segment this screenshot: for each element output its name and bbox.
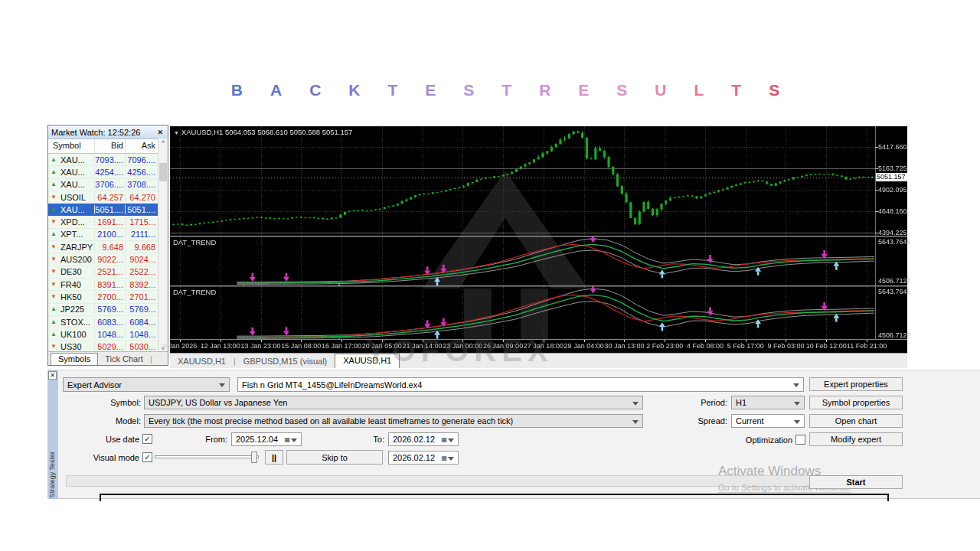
title-letter: S: [616, 81, 627, 99]
spread-select[interactable]: Current: [731, 414, 805, 428]
tab-divider: |: [150, 354, 152, 365]
price-axis-label: 4648.160: [878, 207, 907, 215]
title-letter: T: [387, 81, 397, 99]
model-select[interactable]: Every tick (the most precise method base…: [144, 414, 643, 428]
ea-name-input[interactable]: Fish n Grid MT4_1455@LifeInDreamsWorld.e…: [237, 377, 804, 392]
title-letter: B: [231, 81, 243, 99]
visual-mode-slider-thumb[interactable]: [251, 452, 257, 463]
time-axis-label: 11 Feb 21:00: [847, 342, 887, 350]
pause-button[interactable]: ||: [265, 450, 283, 465]
title-letter: U: [655, 81, 666, 99]
market-watch-title: Market Watch: 12:52:26: [51, 128, 155, 137]
symbol-cell: ▼US30: [48, 342, 94, 351]
market-watch-tabs: Symbols Tick Chart |: [48, 351, 168, 365]
start-button[interactable]: Start: [809, 475, 903, 489]
ask-cell: 9024...: [125, 255, 158, 264]
market-watch-row[interactable]: ▲UK1001048...1048...: [48, 328, 168, 341]
market-watch-row[interactable]: ▲XAU...5051....5051....: [48, 204, 168, 216]
symbol-cell: ▲XAU...: [48, 168, 94, 177]
bid-cell: 8391...: [94, 280, 125, 289]
expert-properties-button[interactable]: Expert properties: [809, 377, 903, 391]
chart-panel[interactable]: ▼XAUUSD,H1 5064.053 5068.610 5050.588 50…: [170, 126, 907, 353]
chevron-down-icon: [291, 439, 297, 442]
market-watch-row[interactable]: ▼ZARJPY9.6489.668: [48, 241, 168, 253]
market-watch-row[interactable]: ▲STOX...6083...6084...: [48, 316, 168, 328]
symbol-cell: ▼AUS200: [48, 255, 94, 264]
bid-cell: 6083...: [94, 318, 125, 327]
market-watch-row[interactable]: ▲XAU...3706....3708....: [48, 179, 168, 191]
visual-mode-checkbox[interactable]: ✓: [142, 452, 152, 462]
market-watch-row[interactable]: ▼USOIL64.25764.270: [48, 191, 168, 204]
chevron-down-icon: [632, 420, 639, 424]
ask-cell: 6084...: [125, 318, 158, 327]
symbol-select[interactable]: USDJPY, US Dollar vs Japanese Yen: [144, 396, 643, 409]
trend-down-icon: ▼: [51, 243, 57, 250]
calendar-icon: ▦: [284, 436, 290, 443]
scrollbar-thumb[interactable]: [159, 163, 167, 181]
market-watch-close-icon[interactable]: ✕: [155, 129, 165, 136]
trend-down-icon: ▼: [51, 293, 57, 300]
bid-cell: 4254....: [94, 168, 125, 177]
skip-to-button[interactable]: Skip to: [286, 450, 383, 465]
market-watch-row[interactable]: ▼AUS2009022...9024...: [48, 253, 168, 266]
time-axis-label: 29 Jan 04:00: [564, 342, 604, 350]
chart-canvas[interactable]: [170, 126, 907, 353]
sub-axis-label: 5643.7648: [878, 238, 911, 246]
title-letter: C: [309, 81, 321, 99]
chevron-down-icon: [794, 420, 800, 424]
time-axis-label: 4 Feb 08:00: [687, 342, 724, 350]
market-watch-row[interactable]: ▲XAU...7093....7096....: [48, 154, 168, 166]
symbol-cell: ▲XAU...: [48, 180, 94, 189]
ask-cell: 2701...: [125, 292, 158, 302]
ask-cell: 4256....: [125, 168, 158, 177]
chevron-down-icon: [632, 402, 639, 406]
period-label: Period:: [675, 398, 727, 407]
open-chart-button[interactable]: Open chart: [809, 414, 903, 428]
current-price-tag: 5051.157: [876, 173, 907, 181]
tester-close-icon[interactable]: ✕: [48, 371, 57, 380]
market-watch-row[interactable]: ▼XPD...1691...1715...: [48, 216, 168, 228]
market-watch-row[interactable]: ▲XAU...4254....4256....: [48, 166, 168, 178]
ask-cell: 5030...: [125, 342, 158, 351]
symbol-cell: ▲STOX...: [48, 318, 94, 327]
chevron-down-icon: [219, 383, 225, 387]
chart-tab-0[interactable]: XAUUSD,H1: [170, 356, 234, 368]
column-header-symbol[interactable]: Symbol: [48, 139, 94, 153]
title-letter: K: [348, 81, 360, 99]
bid-cell: 9022...: [94, 255, 125, 264]
period-select[interactable]: H1: [731, 396, 805, 409]
model-label: Model:: [93, 416, 141, 425]
visual-mode-slider[interactable]: [155, 455, 259, 458]
skip-date-input[interactable]: 2026.02.12▦: [388, 451, 459, 465]
market-watch-row[interactable]: ▼FR408391...8392...: [48, 279, 168, 291]
chart-tab-1[interactable]: GBPUSD,M15 (visual): [236, 356, 335, 368]
market-watch-row[interactable]: ▲JP2255769...5769...: [48, 304, 168, 316]
market-watch-row[interactable]: ▼HK502700...2701...: [48, 291, 168, 303]
to-date-input[interactable]: 2026.02.12▦: [388, 432, 459, 446]
market-watch-row[interactable]: ▼DE302521...2522...: [48, 266, 168, 279]
indicator-label-1: DAT_TREND: [173, 238, 216, 246]
chevron-down-icon: [794, 402, 800, 406]
symbol-properties-button[interactable]: Symbol properties: [809, 396, 903, 409]
expert-advisor-select[interactable]: Expert Advisor: [63, 377, 230, 392]
scroll-up-icon[interactable]: ˄: [158, 139, 168, 145]
market-watch-row[interactable]: ▲XPT...2100...2111...: [48, 229, 168, 241]
optimization-checkbox[interactable]: [795, 435, 805, 445]
chart-tab-2[interactable]: XAUUSD,H1: [335, 354, 400, 368]
title-letter: L: [694, 81, 704, 99]
tab-symbols[interactable]: Symbols: [51, 353, 98, 365]
tester-sidebar-label[interactable]: Strategy Tester: [48, 452, 56, 497]
price-axis-label: 5163.725: [878, 165, 907, 172]
market-watch-scrollbar[interactable]: ˄ ˅: [158, 139, 168, 353]
column-header-ask[interactable]: Ask: [125, 139, 158, 153]
chart-header-dropdown-icon[interactable]: ▼: [174, 130, 179, 135]
modify-expert-button[interactable]: Modify expert: [809, 432, 903, 446]
time-axis-label: 5 Feb 17:00: [727, 342, 764, 350]
use-date-checkbox[interactable]: ✓: [142, 434, 152, 444]
from-date-input[interactable]: 2025.12.04▦: [231, 432, 302, 446]
spread-label: Spread:: [675, 416, 727, 425]
symbol-cell: ▲JP225: [48, 305, 94, 314]
column-header-bid[interactable]: Bid: [94, 139, 125, 153]
ask-cell: 5051....: [125, 205, 158, 214]
tab-tick-chart[interactable]: Tick Chart: [98, 354, 150, 365]
